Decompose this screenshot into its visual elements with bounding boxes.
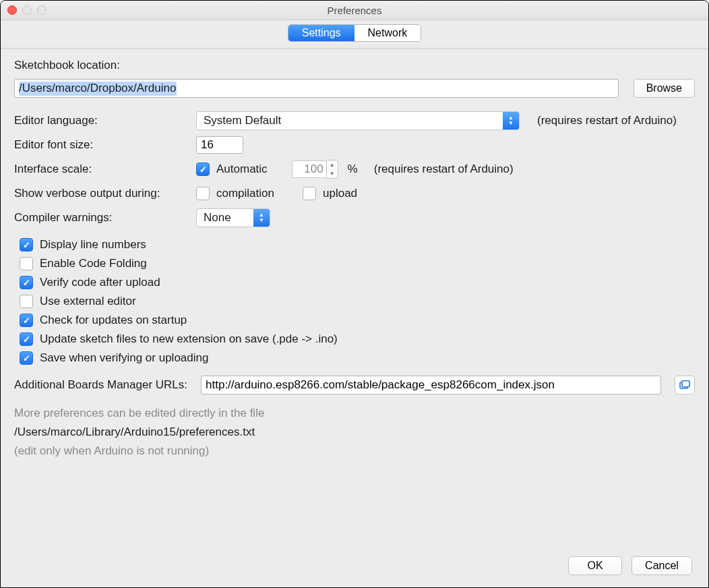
checkbox-icon: [20, 257, 33, 270]
interface-scale-label: Interface scale:: [14, 163, 189, 176]
verbose-compilation-checkbox[interactable]: compilation: [196, 187, 274, 200]
sketchbook-location-input[interactable]: /Users/marco/Dropbox/Arduino: [14, 79, 619, 98]
compiler-warnings-label: Compiler warnings:: [14, 211, 189, 225]
more-prefs-path: /Users/marco/Library/Arduino15/preferenc…: [14, 425, 695, 439]
boards-urls-input[interactable]: [201, 376, 661, 394]
interface-scale-hint: (requires restart of Arduino): [374, 163, 514, 176]
checkbox-icon: [20, 314, 33, 327]
verbose-upload-checkbox[interactable]: upload: [303, 187, 357, 200]
verify-after-upload-checkbox[interactable]: Verify code after upload: [14, 276, 695, 289]
compiler-warnings-select[interactable]: None: [196, 208, 270, 227]
stepper-icon: ▲▼: [327, 160, 338, 179]
settings-pane: Sketchbook location: /Users/marco/Dropbo…: [1, 49, 708, 544]
display-line-numbers-checkbox[interactable]: Display line numbers: [14, 238, 695, 252]
interface-scale-stepper[interactable]: ▲▼: [292, 160, 338, 179]
boards-urls-label: Additional Boards Manager URLs:: [14, 378, 187, 392]
editor-language-label: Editor language:: [14, 114, 189, 127]
tabs-segmented: Settings Network: [288, 24, 422, 42]
window-title: Preferences: [1, 5, 708, 16]
titlebar: Preferences: [1, 1, 708, 20]
verbose-label: Show verbose output during:: [14, 187, 189, 200]
chevron-updown-icon: [503, 112, 519, 129]
tab-bar: Settings Network: [1, 20, 708, 49]
more-prefs-hint-1: More preferences can be edited directly …: [14, 407, 695, 420]
percent-sign: %: [348, 163, 358, 176]
svg-rect-1: [682, 381, 689, 387]
checkbox-icon: [196, 163, 210, 176]
checkbox-icon: [20, 238, 33, 252]
checkbox-icon: [20, 295, 33, 308]
preferences-window: Preferences Settings Network Sketchbook …: [0, 0, 709, 588]
dialog-footer: OK Cancel: [1, 544, 708, 587]
use-external-editor-checkbox[interactable]: Use external editor: [14, 295, 695, 308]
editor-font-size-input[interactable]: [196, 136, 243, 154]
checkbox-icon: [303, 187, 316, 200]
cancel-button[interactable]: Cancel: [631, 556, 692, 575]
editor-language-select[interactable]: System Default: [196, 111, 520, 130]
sketchbook-location-label: Sketchbook location:: [14, 59, 695, 72]
window-stack-icon: [679, 380, 690, 390]
more-prefs-hint-2: (edit only when Arduino is not running): [14, 444, 695, 458]
save-when-verifying-checkbox[interactable]: Save when verifying or uploading: [14, 351, 695, 365]
checkbox-icon: [20, 351, 33, 365]
tab-network[interactable]: Network: [354, 25, 421, 41]
chevron-updown-icon: [253, 209, 270, 227]
check-updates-checkbox[interactable]: Check for updates on startup: [14, 314, 695, 327]
update-extension-checkbox[interactable]: Update sketch files to new extension on …: [14, 332, 695, 346]
editor-font-size-label: Editor font size:: [14, 138, 189, 152]
enable-code-folding-checkbox[interactable]: Enable Code Folding: [14, 257, 695, 270]
checkbox-icon: [20, 332, 33, 346]
open-boards-urls-dialog-button[interactable]: [675, 376, 695, 394]
ok-button[interactable]: OK: [568, 556, 622, 575]
browse-button[interactable]: Browse: [634, 79, 695, 98]
editor-language-hint: (requires restart of Arduino): [537, 114, 677, 127]
interface-scale-automatic-checkbox[interactable]: Automatic: [196, 163, 268, 176]
checkbox-icon: [196, 187, 210, 200]
tab-settings[interactable]: Settings: [288, 25, 354, 41]
checkbox-icon: [20, 276, 33, 289]
interface-scale-value[interactable]: [292, 160, 327, 178]
